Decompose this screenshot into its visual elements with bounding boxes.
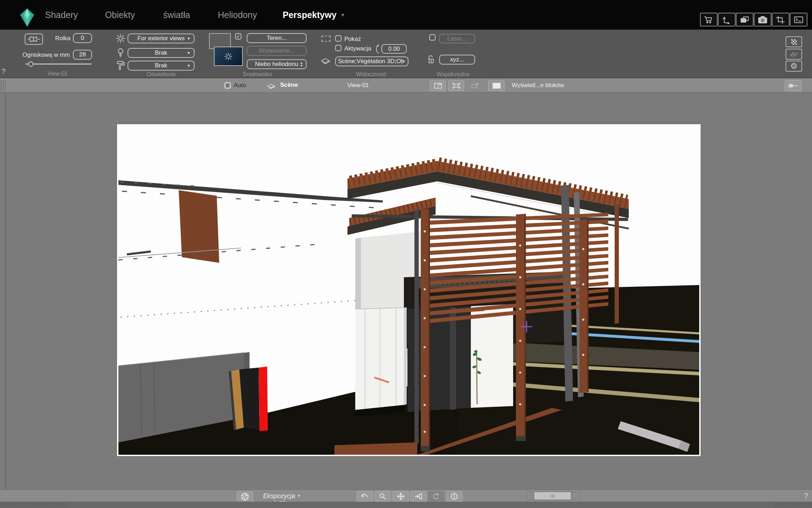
- resize-grip-left[interactable]: [0, 502, 67, 507]
- rotation-icon: [374, 44, 380, 55]
- help-question[interactable]: ?: [804, 491, 808, 501]
- scrollbar-right-button[interactable]: [572, 492, 579, 500]
- bulb-icon: [116, 48, 125, 59]
- section-view01: View-01: [29, 71, 86, 77]
- section-oswietlenie: Oświetlenie: [124, 71, 198, 78]
- render-view[interactable]: [117, 124, 701, 456]
- chevron-down-icon: ▼: [187, 51, 191, 55]
- render-scene: [118, 126, 699, 455]
- laser-pointer-icon[interactable]: [785, 80, 801, 91]
- view-name-label[interactable]: View-01: [337, 82, 379, 89]
- menu-perspektywy[interactable]: Perspektywy ▾: [283, 0, 344, 30]
- roller-dropdown[interactable]: Brak ▼: [128, 61, 195, 71]
- sun-icon: [116, 34, 125, 45]
- chevron-down-icon: ▼: [187, 64, 191, 68]
- menu-shadery[interactable]: Shadery: [45, 0, 78, 30]
- gear-icon[interactable]: ⚙: [786, 61, 802, 72]
- scrollbar-thumb[interactable]: [534, 492, 571, 500]
- section-widocznosc: Widoczność: [339, 71, 403, 78]
- camera-snapshot-icon[interactable]: [754, 13, 771, 26]
- fit-window-icon[interactable]: [430, 80, 446, 91]
- sun-dropdown[interactable]: For exterior views ▼: [128, 34, 195, 43]
- layers-dropdown[interactable]: Scène;Végétation 3D;Ob. ▼: [335, 56, 408, 66]
- section-wspolrzedne: Współrzędne: [422, 71, 485, 78]
- terrain-checkbox[interactable]: ✓: [235, 33, 241, 40]
- aktywacja-checkbox[interactable]: [335, 45, 342, 51]
- zoom-icon[interactable]: [375, 491, 391, 502]
- focal-slider-knob[interactable]: [28, 61, 33, 67]
- undo-icon[interactable]: [357, 491, 373, 502]
- checkerboard-icon[interactable]: [786, 36, 802, 47]
- scene-label[interactable]: Scène: [280, 81, 298, 89]
- angle-field[interactable]: 0.00: [381, 44, 407, 54]
- camera-enter-icon[interactable]: [410, 491, 426, 502]
- rolka-label: Rolka: [52, 35, 70, 42]
- app-logo-gem-icon: [19, 8, 36, 28]
- chevron-down-icon: ▼: [187, 36, 191, 41]
- bulb-dropdown[interactable]: Brak ▼: [128, 48, 195, 58]
- layers-icon: [266, 83, 278, 91]
- blocks-display-label[interactable]: Wyświetl...e bloków: [512, 82, 564, 89]
- noise-icon[interactable]: [488, 80, 505, 91]
- paint-roller-icon: [116, 61, 125, 73]
- chevron-down-icon[interactable]: ▾: [342, 12, 344, 18]
- heliodon-sky-thumbnail[interactable]: [214, 47, 243, 66]
- axes-icon[interactable]: [718, 13, 736, 26]
- focal-field[interactable]: 28: [73, 50, 92, 60]
- help-question[interactable]: ?: [1, 67, 6, 75]
- view-control-bar: ✓ Auto Scène View-01 Wyświetl...e bloków: [0, 78, 812, 92]
- canvas-left-groove: [5, 92, 6, 502]
- chevron-down-icon[interactable]: ▾: [298, 493, 300, 498]
- auto-label: Auto: [234, 82, 246, 89]
- section-srodowisko: Środowisko: [226, 71, 289, 78]
- aperture-icon[interactable]: [237, 491, 253, 502]
- focal-slider-track[interactable]: [25, 64, 92, 65]
- rolka-field[interactable]: 0: [73, 33, 92, 43]
- stepper-arrows-icon[interactable]: ▲▼: [300, 61, 303, 67]
- pan-icon[interactable]: [393, 491, 409, 502]
- expand-icon[interactable]: [448, 80, 464, 91]
- pokaz-checkbox[interactable]: [335, 35, 342, 42]
- laser-checkbox[interactable]: [429, 34, 436, 41]
- lock-open-icon: [427, 54, 436, 66]
- toolbar-grip[interactable]: [0, 80, 6, 91]
- auto-checkbox[interactable]: ✓: [224, 82, 231, 89]
- menu-heliodony[interactable]: Heliodony: [218, 0, 257, 30]
- cart-icon[interactable]: [700, 13, 718, 26]
- focal-label: Ogniskową w mm: [20, 52, 70, 59]
- camera-lens-icon: [25, 34, 43, 45]
- view-scrollbar[interactable]: [527, 492, 580, 500]
- layers-icon: [320, 56, 332, 67]
- artlantis-window: Shadery Obiekty światła Heliodony Perspe…: [0, 0, 812, 508]
- export-frame-icon: [467, 80, 483, 91]
- wstawianie-button: Wstawianie...: [247, 46, 307, 56]
- resize-grip-right[interactable]: [774, 502, 812, 507]
- windows-icon[interactable]: [736, 13, 753, 26]
- crop-icon[interactable]: [772, 13, 789, 26]
- rgb-channels-icon[interactable]: [786, 49, 802, 60]
- laser-button: Laser...: [439, 34, 475, 43]
- xyz-button[interactable]: xyz...: [439, 55, 475, 65]
- top-menu-bar: Shadery Obiekty światła Heliodony Perspe…: [0, 0, 812, 30]
- bottom-control-bar: Ekspozycja 1.00 ▾ ?: [0, 490, 812, 502]
- menu-obiekty[interactable]: Obiekty: [105, 0, 135, 30]
- info-icon[interactable]: [446, 491, 462, 502]
- selection-rect-icon: [321, 36, 331, 42]
- aktywacja-label: Aktywacja: [344, 45, 371, 52]
- window-resize-strip: [0, 502, 812, 508]
- scrollbar-left-button[interactable]: [527, 492, 534, 500]
- menu-swiatla[interactable]: światła: [163, 0, 190, 30]
- refresh-icon: [428, 491, 444, 502]
- perspective-toolbar: Rolka 0 Ogniskową w mm 28 ? View-01 For …: [0, 30, 812, 78]
- niebo-heliodonu-stepper[interactable]: Niebo heliodonu ▲▼: [247, 59, 307, 69]
- console-icon[interactable]: [790, 13, 807, 26]
- chevron-down-icon: ▼: [402, 59, 406, 64]
- teren-button[interactable]: Teren...: [247, 33, 307, 43]
- pokaz-label: Pokaż: [344, 36, 361, 43]
